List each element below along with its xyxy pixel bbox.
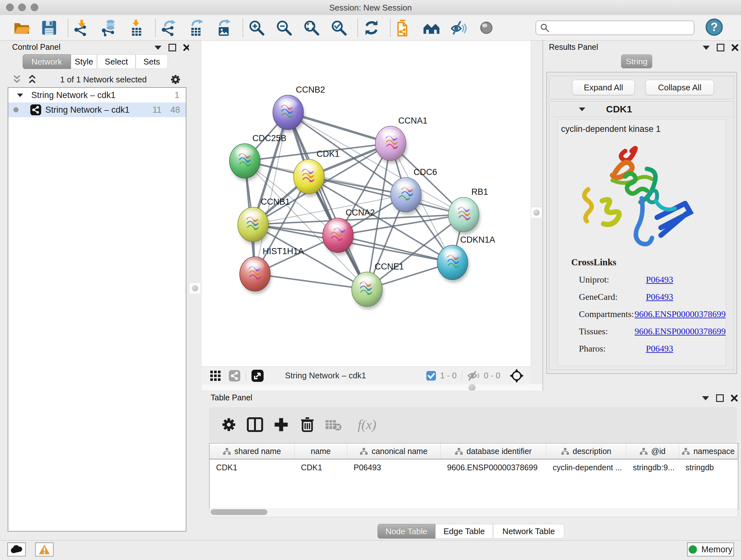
crosslink-pharos-link[interactable]: P06493 bbox=[646, 344, 673, 354]
horizontal-splitter-handle[interactable] bbox=[468, 384, 475, 391]
network-share-view-icon[interactable] bbox=[228, 370, 241, 382]
table-cell[interactable]: CDK1 bbox=[294, 459, 347, 476]
network-node-CDKN1A[interactable] bbox=[437, 245, 469, 283]
network-node-RB1[interactable] bbox=[448, 197, 480, 235]
table-cell[interactable]: 9606.ENSP00000378699 bbox=[441, 459, 546, 476]
cloud-status-button[interactable] bbox=[7, 543, 26, 557]
tab-network[interactable]: Network bbox=[23, 54, 71, 69]
expand-all-chevron-icon[interactable] bbox=[27, 74, 37, 84]
add-column-button[interactable] bbox=[271, 415, 291, 435]
column-header-shared-name[interactable]: shared name bbox=[210, 443, 294, 459]
float-panel-icon[interactable] bbox=[716, 394, 724, 402]
home-networks-button[interactable] bbox=[422, 19, 441, 37]
network-row-selected[interactable]: String Network – cdk1 11 48 bbox=[8, 103, 186, 117]
section-expander-icon[interactable] bbox=[579, 107, 585, 111]
network-edge[interactable] bbox=[255, 274, 367, 289]
crosslink-compartments-link[interactable]: 9606.ENSP00000378699 bbox=[635, 309, 726, 319]
crosslink-tissues-link[interactable]: 9606.ENSP00000378699 bbox=[635, 326, 726, 336]
share-session-document-button[interactable] bbox=[395, 19, 413, 37]
column-header--id[interactable]: @id bbox=[626, 443, 679, 459]
import-network-from-database-button[interactable] bbox=[100, 19, 118, 37]
collapse-all-chevron-icon[interactable] bbox=[12, 74, 22, 84]
table-options-button[interactable] bbox=[219, 415, 239, 435]
network-options-gear-icon[interactable] bbox=[170, 74, 181, 85]
zoom-selected-button[interactable] bbox=[330, 19, 348, 37]
network-node-CCNA2[interactable] bbox=[323, 218, 354, 255]
save-session-button[interactable] bbox=[40, 19, 58, 37]
fit-selected-crosshair-icon[interactable] bbox=[509, 368, 524, 383]
left-splitter-handle[interactable] bbox=[189, 283, 201, 294]
close-panel-icon[interactable] bbox=[731, 44, 738, 51]
float-panel-icon[interactable] bbox=[169, 44, 176, 51]
panel-menu-icon[interactable] bbox=[702, 396, 709, 400]
crosslink-genecard-link[interactable]: P06493 bbox=[646, 292, 673, 302]
export-table-button[interactable] bbox=[188, 19, 205, 37]
render-detail-button[interactable] bbox=[477, 19, 495, 37]
column-header-description[interactable]: description bbox=[546, 443, 626, 459]
collection-expander-icon[interactable] bbox=[17, 93, 23, 97]
network-edge[interactable] bbox=[338, 235, 453, 262]
node-section-header[interactable]: CDK1 bbox=[549, 102, 734, 117]
hidden-eye-icon[interactable] bbox=[467, 371, 480, 381]
network-collection-row[interactable]: String Network – cdk1 1 bbox=[8, 88, 186, 103]
table-cell[interactable]: stringdb bbox=[679, 459, 738, 476]
zoom-in-button[interactable] bbox=[248, 19, 266, 37]
import-network-from-file-button[interactable] bbox=[73, 19, 91, 37]
scrollbar-thumb[interactable] bbox=[211, 509, 267, 515]
birds-eye-view-icon[interactable] bbox=[251, 369, 264, 382]
table-cell[interactable]: cyclin-dependent ... bbox=[546, 459, 626, 476]
float-panel-icon[interactable] bbox=[717, 44, 724, 51]
export-network-button[interactable] bbox=[160, 19, 178, 37]
network-edge[interactable] bbox=[288, 112, 367, 289]
show-column-panel-button[interactable] bbox=[245, 415, 265, 435]
tab-network-table[interactable]: Network Table bbox=[493, 524, 564, 539]
delete-column-button[interactable] bbox=[297, 415, 318, 435]
selected-checkbox-icon[interactable] bbox=[426, 371, 436, 381]
network-node-HIST1H1A[interactable] bbox=[240, 257, 272, 294]
expand-all-button[interactable]: Expand All bbox=[572, 80, 635, 95]
table-cell[interactable]: CDK1 bbox=[210, 459, 294, 476]
panel-menu-icon[interactable] bbox=[703, 46, 710, 50]
tab-node-table[interactable]: Node Table bbox=[378, 524, 435, 539]
right-splitter[interactable] bbox=[530, 41, 542, 390]
apply-layout-button[interactable] bbox=[362, 19, 381, 37]
delete-table-button[interactable] bbox=[323, 415, 344, 435]
network-node-CDC6[interactable] bbox=[391, 178, 422, 215]
network-node-CDK1[interactable] bbox=[293, 159, 326, 197]
right-splitter-handle[interactable] bbox=[531, 207, 542, 219]
zoom-fit-button[interactable] bbox=[302, 19, 320, 37]
help-button[interactable]: ? bbox=[705, 18, 723, 37]
panel-menu-icon[interactable] bbox=[154, 46, 161, 50]
column-header-canonical-name[interactable]: canonical name bbox=[347, 443, 441, 459]
warning-status-button[interactable] bbox=[35, 543, 54, 557]
tab-select[interactable]: Select bbox=[97, 54, 136, 69]
export-image-button[interactable] bbox=[215, 19, 233, 37]
search-input[interactable] bbox=[549, 23, 685, 33]
function-builder-button[interactable]: f(x) bbox=[349, 415, 385, 435]
collapse-all-button[interactable]: Collapse All bbox=[646, 80, 714, 95]
column-header-name[interactable]: name bbox=[294, 443, 347, 459]
open-session-button[interactable] bbox=[13, 19, 30, 37]
close-panel-icon[interactable] bbox=[731, 395, 738, 401]
network-canvas[interactable]: CCNB2CCNA1CDC25BCDK1CDC6RB1CCNB1CCNA2CDK… bbox=[202, 41, 530, 367]
network-node-CDC25B[interactable] bbox=[229, 144, 261, 181]
memory-button[interactable]: Memory bbox=[687, 543, 734, 557]
tab-string[interactable]: String bbox=[621, 54, 652, 68]
table-cell[interactable]: stringdb:9... bbox=[626, 459, 679, 476]
column-header-namespace[interactable]: namespace bbox=[679, 443, 738, 459]
column-header-database-identifier[interactable]: database identifier bbox=[441, 443, 546, 459]
zoom-out-button[interactable] bbox=[275, 19, 293, 37]
hide-graphics-details-button[interactable] bbox=[450, 19, 468, 37]
tab-style[interactable]: Style bbox=[71, 54, 97, 69]
crosslink-uniprot-link[interactable]: P06493 bbox=[646, 274, 673, 285]
table-row[interactable]: CDK1CDK1P064939606.ENSP00000378699cyclin… bbox=[210, 459, 738, 476]
network-node-CCNB2[interactable] bbox=[273, 95, 305, 132]
left-splitter[interactable] bbox=[189, 41, 200, 540]
table-horizontal-scrollbar[interactable] bbox=[209, 508, 738, 517]
network-node-CCNA1[interactable] bbox=[375, 126, 407, 164]
tab-sets[interactable]: Sets bbox=[136, 54, 168, 69]
import-table-button[interactable] bbox=[128, 19, 145, 37]
network-node-CCNE1[interactable] bbox=[352, 272, 384, 309]
tab-edge-table[interactable]: Edge Table bbox=[435, 524, 493, 539]
grid-view-icon[interactable] bbox=[210, 370, 221, 381]
